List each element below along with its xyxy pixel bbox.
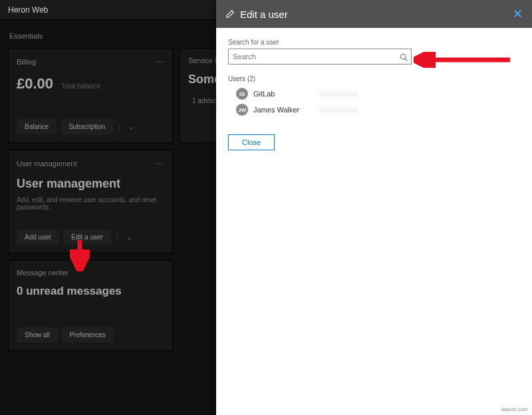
msgcenter-heading: 0 unread messages xyxy=(17,285,164,298)
advisory-count: 1 advisory xyxy=(192,97,219,104)
watermark: waxdn.com xyxy=(501,406,528,412)
billing-card: Billing ⋯ £0.00 Total balance Balance Su… xyxy=(8,48,173,143)
user-management-card: User management ⋯ User management Add, e… xyxy=(8,150,173,253)
user-name: GitLab xyxy=(253,90,313,98)
usermgmt-desc: Add, edit, and remove user accounts, and… xyxy=(17,196,164,211)
avatar: JW xyxy=(236,104,248,116)
preferences-button[interactable]: Preferences xyxy=(62,327,114,343)
billing-more-icon[interactable]: ⋯ xyxy=(154,57,164,67)
pencil-icon xyxy=(225,9,235,19)
add-user-button[interactable]: Add user xyxy=(17,229,59,245)
billing-title: Billing xyxy=(17,58,36,66)
edit-user-panel: Edit a user ✕ Search for a user Users (2… xyxy=(216,0,532,415)
billing-amount: £0.00 xyxy=(17,75,53,92)
users-count-label: Users (2) xyxy=(228,75,520,82)
usermgmt-heading: User management xyxy=(17,177,164,191)
divider: | xyxy=(118,122,120,132)
search-user-input[interactable] xyxy=(228,49,412,65)
message-center-card: Message center 0 unread messages Show al… xyxy=(8,260,173,351)
search-user-label: Search for a user xyxy=(228,39,520,46)
avatar: GI xyxy=(236,88,248,100)
service-heading: Some xyxy=(188,72,211,86)
close-button[interactable]: Close xyxy=(228,134,275,150)
service-title: Service health xyxy=(188,57,219,65)
svg-line-3 xyxy=(405,59,407,61)
msgcenter-title: Message center xyxy=(17,269,68,277)
balance-button[interactable]: Balance xyxy=(17,119,57,134)
user-name: James Walker xyxy=(253,106,313,114)
billing-amount-label: Total balance xyxy=(61,82,100,90)
show-all-button[interactable]: Show all xyxy=(17,327,58,343)
search-icon[interactable] xyxy=(400,52,408,64)
svg-point-2 xyxy=(401,55,406,60)
user-email-redacted xyxy=(319,108,358,112)
edit-user-button[interactable]: Edit a user xyxy=(63,229,111,245)
usermgmt-title: User management xyxy=(17,160,77,168)
close-icon[interactable]: ✕ xyxy=(513,7,523,21)
subscription-button[interactable]: Subscription xyxy=(61,119,113,134)
chevron-down-icon[interactable]: ⌄ xyxy=(126,120,136,133)
panel-header: Edit a user ✕ xyxy=(216,0,532,28)
user-email-redacted xyxy=(319,92,358,96)
chevron-down-icon[interactable]: ⌄ xyxy=(124,231,134,243)
user-row[interactable]: JWJames Walker xyxy=(228,104,520,116)
usermgmt-more-icon[interactable]: ⋯ xyxy=(154,158,164,169)
user-row[interactable]: GIGitLab xyxy=(228,88,520,100)
panel-title: Edit a user xyxy=(240,9,288,20)
divider: | xyxy=(116,233,118,242)
service-health-card: Service health Some 1 advisory xyxy=(180,48,219,143)
